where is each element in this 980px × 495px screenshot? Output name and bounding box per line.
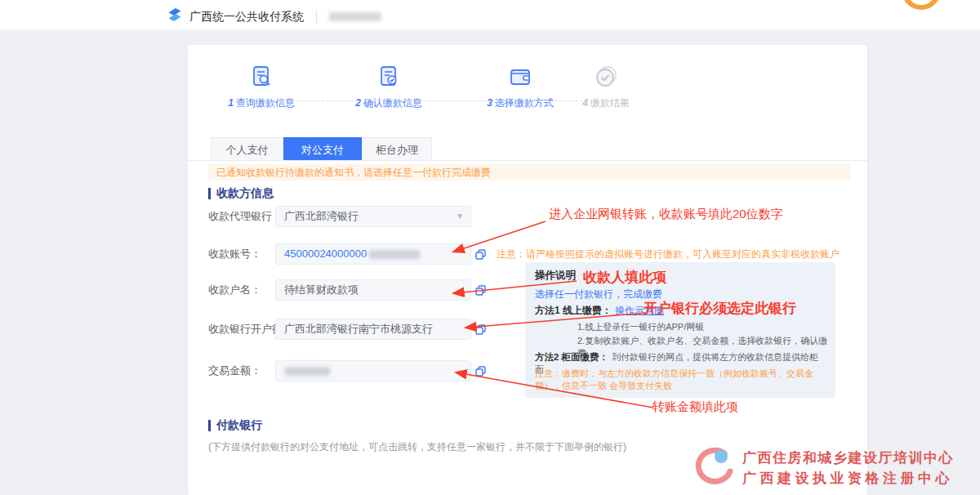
amount-label: 交易金额：: [208, 360, 261, 381]
agent-bank-label: 收款代理银行：: [208, 206, 283, 227]
section-bar: [208, 420, 211, 431]
paybank-section-title: 付款银行: [208, 418, 262, 433]
account-label: 收款账号：: [208, 243, 261, 265]
step-1-query: 1查询缴款信息: [204, 63, 318, 110]
avatar[interactable]: [902, 0, 941, 10]
amount-input[interactable]: [275, 360, 471, 381]
chevron-down-icon: ▼: [456, 207, 464, 226]
tab-counter[interactable]: 柜台办理: [362, 137, 432, 161]
agent-bank-select[interactable]: 广西北部湾银行 ▼: [275, 206, 471, 227]
annotation-amount: 转账金额填此项: [653, 399, 738, 415]
redacted-amount: [285, 367, 330, 376]
step-label: 1查询缴款信息: [204, 96, 318, 110]
tab-personal-pay[interactable]: 个人支付: [211, 137, 283, 161]
method2-label: 方法2 柜面缴费：: [535, 352, 608, 362]
method1-label: 方法1 线上缴费：: [535, 305, 612, 316]
annotation-bank: 开户银行必须选定此银行: [644, 299, 796, 318]
main-card: 1查询缴款信息 2确认缴款信息 3选择缴款方式: [188, 45, 867, 495]
paybank-note: (下方提供付款银行的对公支付地址，可点击跳转，支持任意一家银行，并不限于下面举例…: [208, 440, 626, 454]
page: { "header": { "app_title": "广西统一公共收付系统" …: [0, 0, 980, 495]
copy-branch-icon[interactable]: [475, 323, 486, 338]
org-names: 广西住房和城乡建设厅培训中心 广西建设执业资格注册中心: [742, 448, 954, 488]
annotation-account: 进入企业网银转账，收款账号填此20位数字: [549, 207, 783, 222]
section-bar: [208, 188, 211, 199]
payment-tabs: 个人支付 对公支付 柜台办理: [211, 137, 432, 161]
check-circle-icon: [549, 63, 663, 94]
brand-divider: [316, 10, 317, 23]
tab-corporate-pay[interactable]: 对公支付: [283, 137, 362, 161]
annotation-holder: 收款人填此项: [583, 268, 666, 287]
instruction-panel: 操作说明 选择任一付款银行，完成缴费 方法1 线上缴费：操作示意图 1.线上登录…: [525, 262, 835, 398]
tabs-divider: [188, 160, 867, 161]
step-connector: [550, 100, 586, 101]
copy-holder-icon[interactable]: [475, 284, 486, 299]
redacted-account-suffix: [369, 250, 420, 259]
brand: 广西统一公共收付系统: [166, 6, 381, 27]
notice-banner: 已通知收款银行待缴款的通知书，请选择任意一付款行完成缴费: [208, 164, 850, 181]
instruction-title: 操作说明: [535, 269, 576, 283]
step-2-confirm: 2确认缴款信息: [332, 63, 446, 110]
step-connector: [292, 100, 358, 101]
account-note: 注意：请严格按照提示的虚拟账号进行缴款，可入账至对应的真实非税收款账户: [497, 247, 840, 261]
doc-check-icon: [332, 63, 446, 94]
redacted-subtitle: [329, 12, 381, 21]
app-title: 广西统一公共收付系统: [189, 7, 304, 25]
method1-step1: 1.线上登录任一银行的APP/网银: [577, 321, 704, 333]
holder-input[interactable]: 待结算财政款项: [275, 279, 471, 301]
instruction-warning: 注意：缴费时，与左方的收款方信息保持一致（例如收款账号、交易金额），信息不一致 …: [535, 368, 826, 392]
app-logo-icon: [166, 6, 184, 27]
step-label: 2确认缴款信息: [332, 96, 446, 110]
payee-section-title: 收款方信息: [208, 186, 274, 201]
holder-label: 收款户名：: [208, 279, 261, 301]
org-logo-icon: [688, 446, 736, 490]
step-label: 4缴款结果: [549, 96, 663, 110]
step-4-result: 4缴款结果: [549, 63, 663, 110]
copy-amount-icon[interactable]: [475, 365, 486, 380]
copy-account-icon[interactable]: [475, 248, 486, 263]
branch-input[interactable]: 广西北部湾银行南宁市桃源支行: [275, 319, 471, 340]
org-name-2: 广西建设执业资格注册中心: [742, 468, 954, 488]
doc-search-icon: [204, 63, 318, 94]
org-name-1: 广西住房和城乡建设厅培训中心: [742, 448, 954, 468]
footer-org: 广西住房和城乡建设厅培训中心 广西建设执业资格注册中心: [688, 446, 954, 490]
account-input[interactable]: 45000024000000: [275, 243, 471, 265]
top-bar: 广西统一公共收付系统: [0, 0, 980, 30]
step-connector: [420, 100, 490, 101]
